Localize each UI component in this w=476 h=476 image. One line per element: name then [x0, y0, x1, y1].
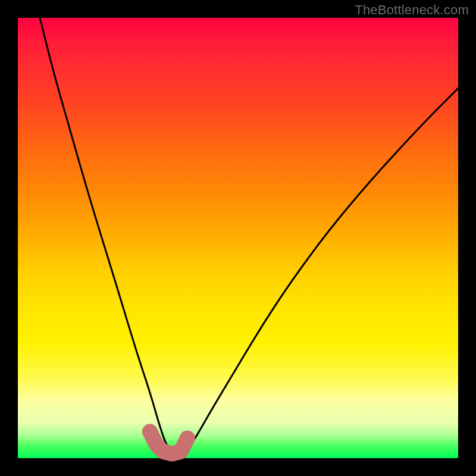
watermark-text: TheBottleneck.com	[355, 2, 469, 18]
plot-area	[18, 18, 458, 458]
